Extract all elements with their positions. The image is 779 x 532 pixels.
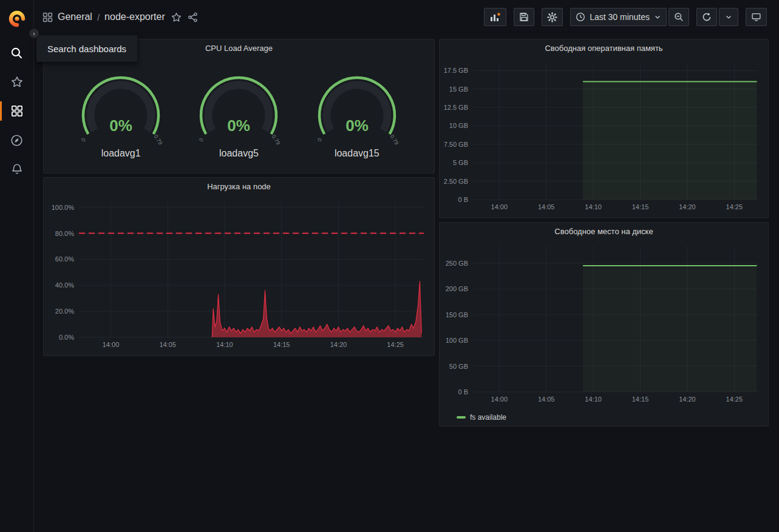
refresh-interval-button[interactable]: [719, 8, 738, 26]
caret-down-icon: [654, 13, 661, 21]
apps-grid-icon: [43, 12, 53, 22]
share-icon: [188, 12, 198, 22]
breadcrumb-section[interactable]: General: [58, 12, 92, 22]
sidebar-item-starred[interactable]: [0, 70, 34, 94]
gauge: 0%00.79loadavg15: [305, 70, 409, 159]
time-range-label: Last 30 minutes: [590, 12, 650, 22]
gauge: 0%00.79loadavg1: [69, 70, 172, 159]
add-panel-button[interactable]: [484, 8, 506, 26]
series-line: [212, 281, 421, 337]
x-tick-label: 14:15: [632, 396, 649, 403]
y-tick-label: 15 GB: [449, 86, 468, 93]
caret-down-icon: [725, 13, 732, 21]
y-tick-label: 2.50 GB: [444, 178, 468, 185]
breadcrumb-separator: /: [97, 12, 100, 22]
time-range-picker[interactable]: Last 30 minutes: [570, 8, 667, 26]
y-tick-label: 40.0%: [55, 281, 74, 289]
add-panel-icon: [489, 12, 501, 22]
clock-icon: [576, 12, 585, 22]
x-tick-label: 14:15: [273, 341, 290, 348]
y-tick-label: 0.0%: [59, 334, 74, 341]
x-tick-label: 14:10: [585, 203, 602, 210]
y-tick-label: 0 B: [458, 388, 468, 396]
x-tick-label: 14:25: [387, 341, 404, 348]
dashboard-toolbar: Last 30 minutes: [484, 8, 767, 26]
gauge-value: 0%: [228, 116, 251, 135]
free-disk-chart[interactable]: 14:0014:0514:1014:1514:2014:250 B50 GB10…: [440, 240, 768, 410]
x-tick-label: 14:20: [679, 203, 696, 210]
free-memory-chart[interactable]: 14:0014:0514:1014:1514:2014:250 B2.50 GB…: [440, 56, 768, 218]
gauge-title: loadavg1: [101, 148, 141, 159]
explore-compass-icon: [10, 134, 23, 147]
sidebar-item-dashboards[interactable]: [0, 99, 34, 123]
gauge-max-label: 0.79: [389, 133, 400, 146]
save-dashboard-icon: [519, 12, 529, 22]
y-tick-label: 17.5 GB: [444, 67, 468, 74]
refresh-button[interactable]: [696, 8, 717, 26]
gauge-title: loadavg5: [219, 148, 259, 159]
dashboard-settings-icon: [547, 12, 557, 22]
alerting-bell-icon: [11, 163, 23, 175]
gauge-max-label: 0.79: [153, 133, 164, 146]
chevron-right-icon: ›: [33, 30, 35, 37]
share-dashboard-button[interactable]: [188, 12, 198, 22]
sidebar: [0, 0, 34, 532]
y-tick-label: 20.0%: [55, 308, 74, 315]
panel-title[interactable]: Свободная оперативная память: [440, 39, 768, 56]
x-tick-label: 14:00: [491, 203, 508, 210]
gauge-max-label: 0.79: [271, 133, 282, 146]
dashboards-icon: [11, 105, 23, 117]
search-tooltip-label: Search dashboards: [47, 44, 126, 54]
series-area: [583, 266, 757, 392]
breadcrumb: General / node-exporter: [43, 12, 198, 22]
x-tick-label: 14:05: [538, 203, 555, 210]
y-tick-label: 10 GB: [449, 122, 468, 129]
dashboard-settings-button[interactable]: [542, 8, 563, 26]
x-tick-label: 14:25: [726, 203, 743, 210]
panel-title[interactable]: Нагрузка на node: [44, 178, 434, 195]
y-tick-label: 60.0%: [55, 255, 74, 263]
sidebar-expand-button[interactable]: ›: [29, 28, 39, 39]
search-tooltip: Search dashboards: [36, 35, 137, 62]
legend-label[interactable]: fs available: [470, 413, 506, 422]
sidebar-item-explore[interactable]: [0, 128, 34, 152]
sidebar-item-search[interactable]: [0, 41, 34, 65]
y-tick-label: 7.50 GB: [444, 141, 468, 148]
cycle-view-button[interactable]: [746, 8, 767, 26]
zoom-out-button[interactable]: [668, 8, 689, 26]
save-dashboard-button[interactable]: [514, 8, 534, 26]
time-controls: Last 30 minutes: [570, 8, 689, 26]
refresh-controls: [696, 8, 738, 26]
refresh-icon: [702, 12, 712, 22]
y-tick-label: 250 GB: [446, 260, 468, 267]
gauge-min-label: 0: [316, 137, 323, 143]
x-tick-label: 14:05: [538, 396, 555, 403]
x-tick-label: 14:15: [632, 203, 649, 210]
x-tick-label: 14:00: [103, 341, 120, 348]
y-tick-label: 100.0%: [52, 204, 75, 211]
gauge: 0%00.79loadavg5: [187, 70, 290, 159]
x-tick-label: 14:20: [330, 341, 347, 348]
gauge-value: 0%: [109, 116, 132, 135]
gauge-min-label: 0: [80, 137, 87, 143]
grafana-logo[interactable]: [6, 8, 28, 30]
panel-title[interactable]: Свободное место на диске: [440, 223, 768, 240]
breadcrumb-page[interactable]: node-exporter: [104, 12, 165, 22]
x-tick-label: 14:00: [491, 396, 508, 403]
gauge-title: loadavg15: [335, 148, 379, 159]
x-tick-label: 14:20: [679, 396, 696, 403]
y-tick-label: 200 GB: [446, 285, 468, 292]
y-tick-label: 0 B: [458, 196, 468, 203]
zoom-out-icon: [674, 12, 684, 22]
search-icon: [10, 47, 23, 59]
gauge-value: 0%: [345, 116, 369, 135]
y-tick-label: 100 GB: [446, 337, 468, 344]
y-tick-label: 5 GB: [453, 159, 468, 166]
node-load-chart[interactable]: 14:0014:0514:1014:1514:2014:250.0%20.0%4…: [44, 195, 434, 355]
sidebar-menu: [0, 36, 34, 181]
x-tick-label: 14:10: [585, 396, 602, 403]
sidebar-item-alerting[interactable]: [0, 157, 34, 181]
star-dashboard-button[interactable]: [171, 12, 182, 22]
y-tick-label: 80.0%: [55, 230, 74, 237]
star-icon: [171, 12, 182, 22]
